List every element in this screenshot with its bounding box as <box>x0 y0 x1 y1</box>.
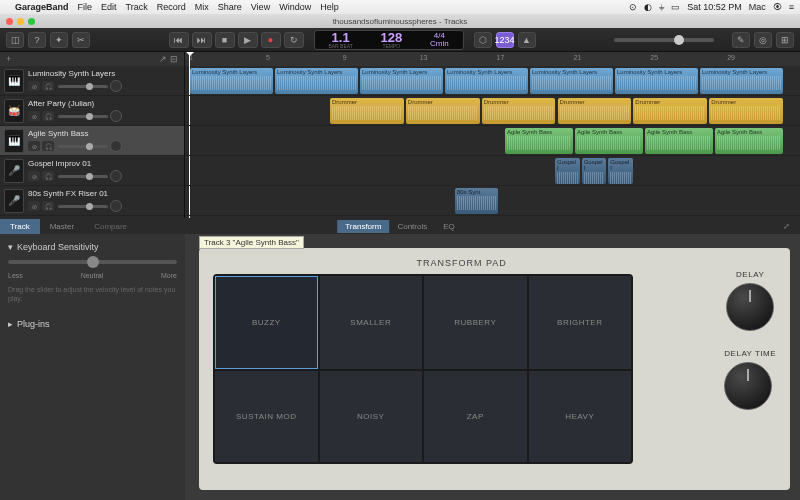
track-icon[interactable]: 🥁 <box>4 99 24 123</box>
transform-pad-cell[interactable]: BUZZY <box>215 276 318 369</box>
close-button[interactable] <box>6 18 13 25</box>
mute-button[interactable]: ⊘ <box>28 141 40 151</box>
add-track-button[interactable]: + <box>6 54 11 64</box>
status-icon[interactable]: ◐ <box>644 2 652 12</box>
transform-pad-cell[interactable]: BRIGHTER <box>529 276 632 369</box>
track-pan-knob[interactable] <box>110 200 122 212</box>
menu-window[interactable]: Window <box>279 2 311 12</box>
zoom-button[interactable] <box>28 18 35 25</box>
region[interactable]: Luminosity Synth Layers <box>700 68 783 94</box>
metronome-button[interactable]: ▲ <box>518 32 536 48</box>
solo-button[interactable]: 🎧 <box>42 81 54 91</box>
menubar-clock[interactable]: Sat 10:52 PM <box>687 2 742 12</box>
app-menu[interactable]: GarageBand <box>15 2 69 12</box>
timeline-row[interactable]: Agile Synth BassAgile Synth BassAgile Sy… <box>185 126 800 156</box>
track-volume-slider[interactable] <box>58 175 108 178</box>
delay-knob[interactable] <box>726 283 774 331</box>
region[interactable]: Drummer <box>330 98 404 124</box>
quick-help-button[interactable]: ? <box>28 32 46 48</box>
solo-button[interactable]: 🎧 <box>42 171 54 181</box>
region[interactable]: Gospel I <box>555 158 580 184</box>
timeline-row[interactable]: 80s Synt <box>185 186 800 216</box>
solo-button[interactable]: 🎧 <box>42 141 54 151</box>
region[interactable]: Drummer <box>482 98 556 124</box>
library-button[interactable]: ◫ <box>6 32 24 48</box>
transform-pad-cell[interactable]: ZAP <box>424 371 527 462</box>
track-volume-slider[interactable] <box>58 115 108 118</box>
menu-record[interactable]: Record <box>157 2 186 12</box>
region[interactable]: Luminosity Synth Layers <box>360 68 443 94</box>
solo-button[interactable]: 🎧 <box>42 201 54 211</box>
track-pan-knob[interactable] <box>110 110 122 122</box>
delay-time-knob[interactable] <box>724 362 772 410</box>
keyboard-sensitivity-slider[interactable] <box>8 260 177 264</box>
transform-pad-cell[interactable]: NOISY <box>320 371 423 462</box>
tab-transform[interactable]: Transform <box>337 220 389 233</box>
track-icon[interactable]: 🎹 <box>4 129 24 153</box>
forward-button[interactable]: ⏭ <box>192 32 212 48</box>
mute-button[interactable]: ⊘ <box>28 201 40 211</box>
tuner-button[interactable]: ⬡ <box>474 32 492 48</box>
plugins-header[interactable]: ▸ Plug-ins <box>8 319 177 329</box>
track-icon[interactable]: 🎤 <box>4 159 24 183</box>
track-pan-knob[interactable] <box>110 140 122 152</box>
stop-button[interactable]: ■ <box>215 32 235 48</box>
track-icon[interactable]: 🎹 <box>4 69 24 93</box>
mute-button[interactable]: ⊘ <box>28 171 40 181</box>
wifi-icon[interactable]: ⏚ <box>659 2 664 12</box>
transform-pad-grid[interactable]: BUZZYSMALLERRUBBERYBRIGHTERSUSTAIN MODNO… <box>213 274 633 464</box>
track-header-config-icon[interactable]: ⊟ <box>170 54 178 64</box>
transform-pad-cell[interactable]: RUBBERY <box>424 276 527 369</box>
transform-pad-cell[interactable]: HEAVY <box>529 371 632 462</box>
menu-edit[interactable]: Edit <box>101 2 117 12</box>
play-button[interactable]: ▶ <box>238 32 258 48</box>
menu-view[interactable]: View <box>251 2 270 12</box>
tab-controls[interactable]: Controls <box>389 220 435 233</box>
menubar-user[interactable]: Mac <box>749 2 766 12</box>
track-volume-slider[interactable] <box>58 85 108 88</box>
region[interactable]: Agile Synth Bass <box>505 128 573 154</box>
compare-button[interactable]: Compare <box>84 219 137 234</box>
solo-button[interactable]: 🎧 <box>42 111 54 121</box>
ruler[interactable]: 1591317212529 <box>185 52 800 66</box>
smart-controls-button[interactable]: ✦ <box>50 32 68 48</box>
region[interactable]: Drummer <box>633 98 707 124</box>
timeline-row[interactable]: DrummerDrummerDrummerDrummerDrummerDrumm… <box>185 96 800 126</box>
region[interactable]: Gospel I <box>608 158 633 184</box>
media-browser-button[interactable]: ⊞ <box>776 32 794 48</box>
region[interactable]: Drummer <box>709 98 783 124</box>
master-volume-slider[interactable] <box>614 38 714 42</box>
loop-browser-button[interactable]: ◎ <box>754 32 772 48</box>
region[interactable]: Luminosity Synth Layers <box>275 68 358 94</box>
expand-icon[interactable]: ⤢ <box>773 219 800 234</box>
region[interactable]: Agile Synth Bass <box>645 128 713 154</box>
menu-track[interactable]: Track <box>126 2 148 12</box>
region[interactable]: Luminosity Synth Layers <box>615 68 698 94</box>
menu-mix[interactable]: Mix <box>195 2 209 12</box>
battery-icon[interactable]: ▭ <box>671 2 680 12</box>
region[interactable]: Luminosity Synth Layers <box>445 68 528 94</box>
region[interactable]: Drummer <box>558 98 632 124</box>
count-in-button[interactable]: 1234 <box>496 32 514 48</box>
transform-pad-cell[interactable]: SUSTAIN MOD <box>215 371 318 462</box>
minimize-button[interactable] <box>17 18 24 25</box>
region[interactable]: Agile Synth Bass <box>715 128 783 154</box>
automation-icon[interactable]: ↗ <box>159 54 167 64</box>
region[interactable]: Drummer <box>406 98 480 124</box>
track-icon[interactable]: 🎤 <box>4 189 24 213</box>
tab-master[interactable]: Master <box>40 219 84 234</box>
spotlight-icon[interactable]: ⦿ <box>773 2 782 12</box>
status-icon[interactable]: ⊙ <box>629 2 637 12</box>
region[interactable]: 80s Synt <box>455 188 498 214</box>
track-header[interactable]: 🎤 Gospel Improv 01 ⊘🎧 <box>0 156 184 186</box>
timeline-row[interactable]: Luminosity Synth LayersLuminosity Synth … <box>185 66 800 96</box>
track-header[interactable]: 🎤 80s Synth FX Riser 01 ⊘🎧 <box>0 186 184 216</box>
track-volume-slider[interactable] <box>58 145 108 148</box>
notepad-button[interactable]: ✎ <box>732 32 750 48</box>
menu-file[interactable]: File <box>78 2 93 12</box>
track-pan-knob[interactable] <box>110 80 122 92</box>
cycle-button[interactable]: ↻ <box>284 32 304 48</box>
keyboard-sensitivity-header[interactable]: ▾ Keyboard Sensitivity <box>8 242 177 252</box>
record-button[interactable]: ● <box>261 32 281 48</box>
track-header[interactable]: 🎹 Agile Synth Bass ⊘🎧 <box>0 126 184 156</box>
